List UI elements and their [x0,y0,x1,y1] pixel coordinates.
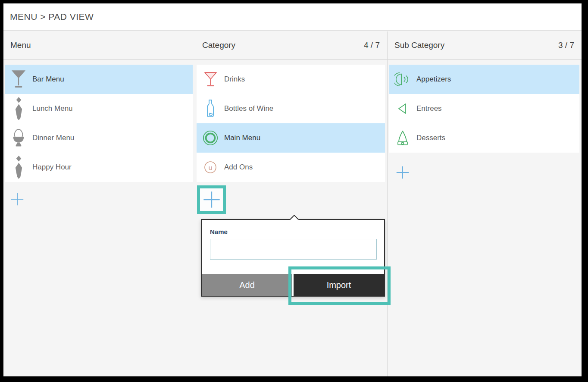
add-category-highlight-annotation [197,185,226,214]
sub-category-item-entrees[interactable]: Entrees [389,94,579,123]
category-item-drinks[interactable]: Drinks [197,65,385,94]
category-column-header: Category 4 / 7 [195,31,387,59]
martini-glass-icon [10,67,27,91]
shrimp-icon [394,67,411,91]
menu-item-label: Happy Hour [32,163,72,172]
sub-category-item-label: Desserts [416,134,445,142]
sub-category-item-label: Appetizers [416,75,451,84]
column-title: Sub Category [394,41,444,50]
martini-outline-icon [202,67,219,91]
menu-item-label: Lunch Menu [32,104,73,113]
triangle-left-icon [394,97,411,121]
svg-text:u: u [209,164,212,171]
popover-caret [290,215,299,224]
add-category-button[interactable] [203,191,221,209]
category-item-label: Bottles of Wine [224,104,273,113]
breadcrumb: MENU > PAD VIEW [3,12,94,22]
menu-list: Bar Menu Lunch Menu [5,65,193,182]
menu-item-label: Bar Menu [32,75,64,84]
category-list: Drinks Bottles of Wine [197,65,385,182]
category-item-main-menu[interactable]: Main Menu [197,123,385,153]
category-item-add-ons[interactable]: u Add Ons [197,153,385,182]
wine-bottle-icon [202,97,219,121]
sub-category-list: Appetizers Entrees [389,65,579,153]
name-field-label: Name [210,228,228,235]
necktie-icon [10,97,27,121]
egg-cup-icon [10,126,27,150]
category-item-label: Add Ons [224,163,253,172]
pad-view-body: Menu Bar Menu [3,31,582,376]
menu-item-happy-hour[interactable]: Happy Hour [5,153,193,182]
menu-item-dinner-menu[interactable]: Dinner Menu [5,123,193,153]
add-menu-button[interactable] [10,192,24,206]
column-title: Category [202,41,235,50]
menu-column: Menu Bar Menu [3,31,195,376]
sub-category-column-header: Sub Category 3 / 7 [388,31,582,59]
add-category-popover: Name Add Import [201,219,385,297]
add-button[interactable]: Add [202,274,292,296]
app-window: MENU > PAD VIEW Menu Bar Menu [3,3,582,376]
category-item-label: Drinks [224,75,245,84]
category-column: Category 4 / 7 Drinks [195,31,388,376]
menu-item-bar-menu[interactable]: Bar Menu [5,65,193,94]
sub-category-item-appetizers[interactable]: Appetizers [389,65,579,94]
dessert-icon [394,126,411,150]
sub-category-column: Sub Category 3 / 7 Appetizers [388,31,582,376]
import-button[interactable]: Import [294,274,384,296]
category-count: 4 / 7 [364,41,380,50]
sub-category-count: 3 / 7 [558,41,574,50]
add-sub-category-button[interactable] [396,166,410,179]
plate-circles-icon [202,126,219,150]
top-bar: MENU > PAD VIEW [3,3,582,31]
menu-column-header: Menu [3,31,195,59]
category-item-bottles-of-wine[interactable]: Bottles of Wine [197,94,385,123]
sub-category-item-label: Entrees [416,104,442,113]
category-item-label: Main Menu [224,134,260,142]
menu-item-label: Dinner Menu [32,134,74,142]
menu-item-lunch-menu[interactable]: Lunch Menu [5,94,193,123]
popover-buttons: Add Import [202,274,384,296]
name-input[interactable] [210,239,377,260]
column-title: Menu [10,41,31,50]
sub-category-item-desserts[interactable]: Desserts [389,123,579,153]
circle-u-icon: u [202,155,219,179]
necktie-icon [10,155,27,179]
